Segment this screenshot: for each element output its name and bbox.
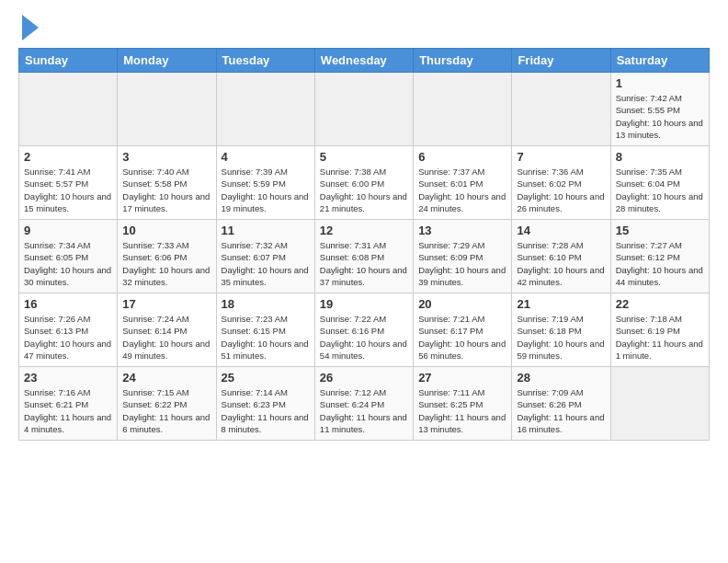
day-info: Sunrise: 7:40 AM Sunset: 5:58 PM Dayligh… — [122, 166, 210, 214]
day-info: Sunrise: 7:12 AM Sunset: 6:24 PM Dayligh… — [320, 386, 408, 435]
calendar-cell — [414, 73, 512, 146]
day-number: 24 — [122, 371, 210, 385]
day-number: 6 — [418, 150, 506, 164]
calendar-cell: 25Sunrise: 7:14 AM Sunset: 6:23 PM Dayli… — [216, 367, 314, 441]
calendar-cell: 3Sunrise: 7:40 AM Sunset: 5:58 PM Daylig… — [118, 146, 216, 220]
day-info: Sunrise: 7:22 AM Sunset: 6:16 PM Dayligh… — [320, 313, 408, 362]
day-number: 9 — [24, 224, 112, 237]
day-number: 26 — [320, 371, 408, 385]
day-number: 20 — [418, 297, 506, 311]
day-number: 10 — [122, 224, 210, 237]
day-number: 27 — [418, 371, 506, 385]
day-info: Sunrise: 7:24 AM Sunset: 6:14 PM Dayligh… — [122, 313, 210, 362]
calendar-cell — [118, 73, 216, 146]
day-number: 23 — [24, 371, 112, 385]
day-number: 19 — [320, 297, 408, 311]
day-number: 3 — [122, 150, 210, 164]
day-info: Sunrise: 7:34 AM Sunset: 6:05 PM Dayligh… — [24, 239, 112, 288]
day-number: 28 — [517, 371, 605, 385]
day-info: Sunrise: 7:38 AM Sunset: 6:00 PM Dayligh… — [320, 166, 408, 214]
day-number: 15 — [616, 224, 704, 237]
day-info: Sunrise: 7:26 AM Sunset: 6:13 PM Dayligh… — [24, 313, 112, 362]
day-number: 2 — [24, 150, 112, 164]
day-info: Sunrise: 7:39 AM Sunset: 5:59 PM Dayligh… — [222, 166, 310, 214]
calendar-cell: 27Sunrise: 7:11 AM Sunset: 6:25 PM Dayli… — [414, 367, 512, 441]
weekday-header-saturday: Saturday — [610, 49, 709, 73]
day-info: Sunrise: 7:11 AM Sunset: 6:25 PM Dayligh… — [418, 386, 506, 435]
logo-arrow-icon — [22, 15, 39, 40]
day-number: 16 — [24, 297, 112, 311]
calendar-cell: 9Sunrise: 7:34 AM Sunset: 6:05 PM Daylig… — [19, 220, 118, 293]
calendar-cell: 23Sunrise: 7:16 AM Sunset: 6:21 PM Dayli… — [19, 367, 118, 441]
day-info: Sunrise: 7:37 AM Sunset: 6:01 PM Dayligh… — [418, 166, 506, 214]
calendar-cell: 20Sunrise: 7:21 AM Sunset: 6:17 PM Dayli… — [414, 293, 512, 367]
day-number: 17 — [122, 297, 210, 311]
day-info: Sunrise: 7:31 AM Sunset: 6:08 PM Dayligh… — [320, 239, 408, 288]
calendar-cell: 8Sunrise: 7:35 AM Sunset: 6:04 PM Daylig… — [610, 146, 709, 220]
week-row-4: 16Sunrise: 7:26 AM Sunset: 6:13 PM Dayli… — [19, 293, 710, 367]
day-number: 8 — [616, 150, 704, 164]
weekday-header-row: SundayMondayTuesdayWednesdayThursdayFrid… — [19, 49, 710, 73]
day-number: 14 — [517, 224, 605, 237]
logo — [18, 15, 39, 40]
day-info: Sunrise: 7:18 AM Sunset: 6:19 PM Dayligh… — [616, 313, 704, 362]
calendar-cell: 14Sunrise: 7:28 AM Sunset: 6:10 PM Dayli… — [512, 220, 610, 293]
day-info: Sunrise: 7:35 AM Sunset: 6:04 PM Dayligh… — [616, 166, 704, 214]
day-number: 22 — [616, 297, 704, 311]
calendar-cell — [216, 73, 314, 146]
day-info: Sunrise: 7:29 AM Sunset: 6:09 PM Dayligh… — [418, 239, 506, 288]
calendar-cell — [314, 73, 413, 146]
weekday-header-sunday: Sunday — [19, 49, 118, 73]
calendar-cell: 2Sunrise: 7:41 AM Sunset: 5:57 PM Daylig… — [19, 146, 118, 220]
day-info: Sunrise: 7:15 AM Sunset: 6:22 PM Dayligh… — [122, 386, 210, 435]
page: SundayMondayTuesdayWednesdayThursdayFrid… — [0, 0, 728, 563]
day-info: Sunrise: 7:32 AM Sunset: 6:07 PM Dayligh… — [222, 239, 310, 288]
day-number: 12 — [320, 224, 408, 237]
calendar-cell: 1Sunrise: 7:42 AM Sunset: 5:55 PM Daylig… — [610, 73, 709, 146]
calendar-cell: 13Sunrise: 7:29 AM Sunset: 6:09 PM Dayli… — [414, 220, 512, 293]
day-info: Sunrise: 7:19 AM Sunset: 6:18 PM Dayligh… — [517, 313, 605, 362]
day-info: Sunrise: 7:21 AM Sunset: 6:17 PM Dayligh… — [418, 313, 506, 362]
week-row-1: 1Sunrise: 7:42 AM Sunset: 5:55 PM Daylig… — [19, 73, 710, 146]
week-row-5: 23Sunrise: 7:16 AM Sunset: 6:21 PM Dayli… — [19, 367, 710, 441]
calendar-cell: 11Sunrise: 7:32 AM Sunset: 6:07 PM Dayli… — [216, 220, 314, 293]
weekday-header-thursday: Thursday — [414, 49, 512, 73]
day-number: 21 — [517, 297, 605, 311]
calendar-cell: 16Sunrise: 7:26 AM Sunset: 6:13 PM Dayli… — [19, 293, 118, 367]
day-number: 18 — [222, 297, 310, 311]
day-info: Sunrise: 7:33 AM Sunset: 6:06 PM Dayligh… — [122, 239, 210, 288]
day-info: Sunrise: 7:41 AM Sunset: 5:57 PM Dayligh… — [24, 166, 112, 214]
calendar-cell: 6Sunrise: 7:37 AM Sunset: 6:01 PM Daylig… — [414, 146, 512, 220]
calendar-cell: 4Sunrise: 7:39 AM Sunset: 5:59 PM Daylig… — [216, 146, 314, 220]
day-number: 13 — [418, 224, 506, 237]
calendar-cell: 24Sunrise: 7:15 AM Sunset: 6:22 PM Dayli… — [118, 367, 216, 441]
weekday-header-monday: Monday — [118, 49, 216, 73]
day-info: Sunrise: 7:42 AM Sunset: 5:55 PM Dayligh… — [616, 92, 704, 141]
day-number: 11 — [222, 224, 310, 237]
calendar-cell: 5Sunrise: 7:38 AM Sunset: 6:00 PM Daylig… — [314, 146, 413, 220]
calendar-cell: 15Sunrise: 7:27 AM Sunset: 6:12 PM Dayli… — [610, 220, 709, 293]
calendar-cell — [610, 367, 709, 441]
day-info: Sunrise: 7:14 AM Sunset: 6:23 PM Dayligh… — [222, 386, 310, 435]
calendar-cell: 28Sunrise: 7:09 AM Sunset: 6:26 PM Dayli… — [512, 367, 610, 441]
day-info: Sunrise: 7:28 AM Sunset: 6:10 PM Dayligh… — [517, 239, 605, 288]
calendar-cell: 7Sunrise: 7:36 AM Sunset: 6:02 PM Daylig… — [512, 146, 610, 220]
day-number: 5 — [320, 150, 408, 164]
week-row-2: 2Sunrise: 7:41 AM Sunset: 5:57 PM Daylig… — [19, 146, 710, 220]
calendar-cell: 26Sunrise: 7:12 AM Sunset: 6:24 PM Dayli… — [314, 367, 413, 441]
day-number: 7 — [517, 150, 605, 164]
calendar-cell: 10Sunrise: 7:33 AM Sunset: 6:06 PM Dayli… — [118, 220, 216, 293]
day-number: 1 — [616, 76, 704, 90]
day-info: Sunrise: 7:23 AM Sunset: 6:15 PM Dayligh… — [222, 313, 310, 362]
calendar-cell: 17Sunrise: 7:24 AM Sunset: 6:14 PM Dayli… — [118, 293, 216, 367]
week-row-3: 9Sunrise: 7:34 AM Sunset: 6:05 PM Daylig… — [19, 220, 710, 293]
day-info: Sunrise: 7:16 AM Sunset: 6:21 PM Dayligh… — [24, 386, 112, 435]
day-info: Sunrise: 7:36 AM Sunset: 6:02 PM Dayligh… — [517, 166, 605, 214]
calendar-cell: 22Sunrise: 7:18 AM Sunset: 6:19 PM Dayli… — [610, 293, 709, 367]
calendar-table: SundayMondayTuesdayWednesdayThursdayFrid… — [18, 48, 710, 441]
day-number: 4 — [222, 150, 310, 164]
weekday-header-friday: Friday — [512, 49, 610, 73]
calendar-cell — [512, 73, 610, 146]
calendar-cell: 12Sunrise: 7:31 AM Sunset: 6:08 PM Dayli… — [314, 220, 413, 293]
calendar-cell: 18Sunrise: 7:23 AM Sunset: 6:15 PM Dayli… — [216, 293, 314, 367]
